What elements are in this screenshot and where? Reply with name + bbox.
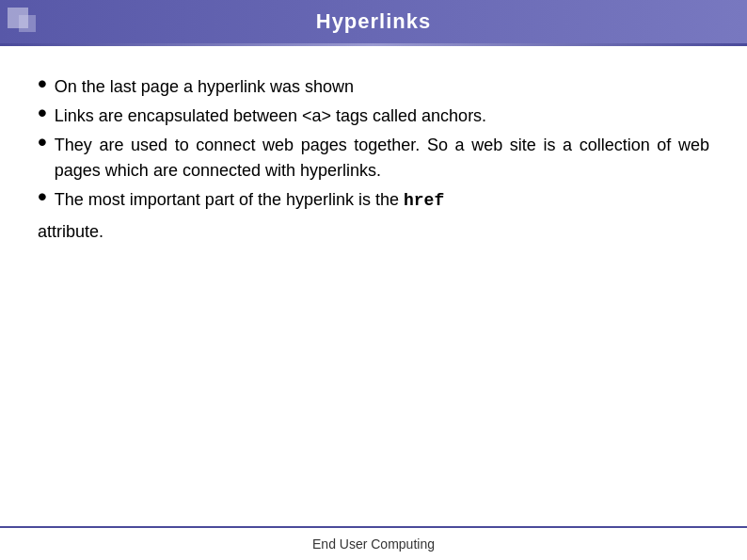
page-title: Hyperlinks bbox=[316, 9, 432, 34]
bullet-text-2: Links are encapsulated between <a> tags … bbox=[55, 104, 486, 129]
bullet-text-3: They are used to connect web pages toget… bbox=[55, 133, 709, 184]
bullet-item-2: • Links are encapsulated between <a> tag… bbox=[38, 104, 709, 129]
bullet-item-3: • They are used to connect web pages tog… bbox=[38, 133, 709, 184]
bullet-item-1: • On the last page a hyperlink was shown bbox=[38, 74, 709, 100]
bullet-item-4: • The most important part of the hyperli… bbox=[38, 187, 709, 214]
bullet4-text-before: The most important part of the hyperlink… bbox=[55, 190, 399, 209]
bullet-text-1: On the last page a hyperlink was shown bbox=[55, 74, 354, 100]
header: Hyperlinks bbox=[0, 0, 747, 43]
page-container: Hyperlinks • On the last page a hyperlin… bbox=[0, 0, 747, 560]
attribute-text: attribute. bbox=[38, 219, 709, 245]
href-keyword: href bbox=[404, 191, 444, 210]
bullet-dot-4: • bbox=[38, 184, 47, 210]
footer-text: End User Computing bbox=[312, 536, 435, 552]
footer: End User Computing bbox=[0, 526, 747, 560]
bullet-text-4: The most important part of the hyperlink… bbox=[55, 187, 444, 214]
bullet-dot-2: • bbox=[38, 100, 47, 126]
bullet-dot-1: • bbox=[38, 71, 47, 97]
content-area: • On the last page a hyperlink was shown… bbox=[0, 46, 747, 526]
bullet-dot-3: • bbox=[38, 129, 47, 155]
